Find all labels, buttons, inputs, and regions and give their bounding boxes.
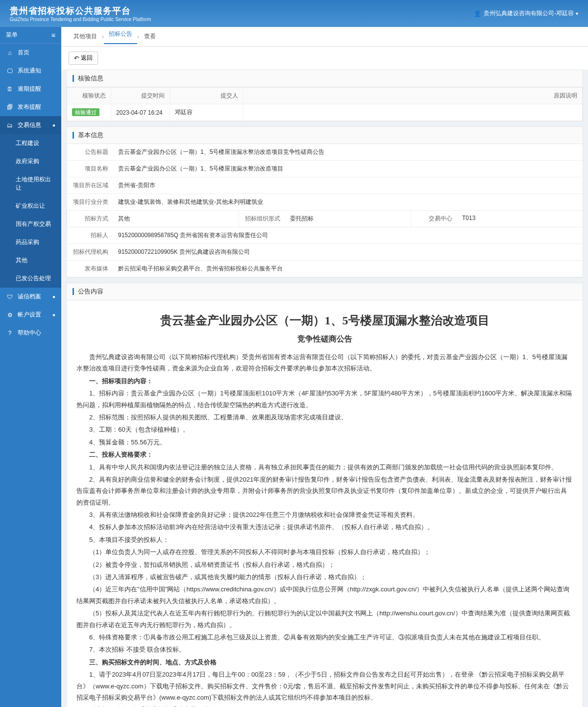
label: 招标方式 xyxy=(67,211,113,227)
collapse-icon: ● xyxy=(52,122,55,128)
submenu-item-engineering[interactable]: 工程建设 xyxy=(0,134,61,152)
value: 黔云招采电子招标采购交易平台、贵州省招标投标公共服务平台 xyxy=(113,261,583,277)
form-row: 发布媒体黔云招采电子招标采购交易平台、贵州省招标投标公共服务平台 xyxy=(67,261,583,277)
table-header-row: 核验状态 提交时间 提交人 原因说明 xyxy=(67,88,583,104)
intro: 贵州弘典建设咨询有限公司（以下简称招标代理机构）受贵州省国有资本运营有限责任公司… xyxy=(76,351,573,374)
label: 招标人 xyxy=(67,227,113,244)
para: 7、本次招标 不接受 联合体投标。 xyxy=(76,644,573,655)
monitor-icon: 🖵 xyxy=(6,68,14,74)
label: 招标组织形式 xyxy=(239,211,285,227)
trade-icon: 🗂 xyxy=(6,122,14,129)
credit-icon: 🛡 xyxy=(6,293,14,300)
para: 3、具有依法缴纳税收和社会保障资金的良好记录；提供2022年任意三个月缴纳税收和… xyxy=(76,509,573,520)
panel-title: 核验信息 xyxy=(78,74,103,83)
panel-head: 基本信息 xyxy=(67,127,583,144)
calendar-icon: 🗓 xyxy=(6,86,14,93)
value: 贵云基金产业园办公区（一期）1、5号楼屋顶漏水整治改造项目 xyxy=(113,161,583,177)
section: 一、招标项目的内容： xyxy=(76,375,573,387)
cell-status: 核验通过 xyxy=(67,104,111,121)
submenu-item-drug[interactable]: 药品采购 xyxy=(0,233,61,251)
para: （2）被责令停业，暂扣或吊销执照，或吊销资质证书（投标人自行承诺，格式自拟）； xyxy=(76,559,573,570)
menu-toggle-icon[interactable]: ≡ xyxy=(51,31,55,39)
main-content: 其他项目 › 招标公告 › 查看 ↶返回 核验信息 核验状态 提交时间 提交人 … xyxy=(61,27,588,707)
label: 发布媒体 xyxy=(67,261,113,277)
value: 委托招标 xyxy=(285,211,411,227)
form-row: 招标人91520000098958785Q 贵州省国有资本运营有限责任公司 xyxy=(67,227,583,244)
user-area[interactable]: 👤 贵州弘典建设咨询有限公司-邓廷容 ▾ xyxy=(474,9,578,18)
bar-icon xyxy=(73,75,74,82)
form-row: 招标代理机构91520000722109905K 贵州弘典建设咨询有限公司 xyxy=(67,244,583,261)
submenu-trade: 工程建设 政府采购 土地使用权出让 矿业权出让 国有产权交易 药品采购 其他 已… xyxy=(0,134,61,288)
sidebar-item-home[interactable]: ⌂首页 xyxy=(0,44,61,62)
submenu-item-land[interactable]: 土地使用权出让 xyxy=(0,171,61,197)
sidebar-item-overdue[interactable]: 🗓逾期提醒 xyxy=(0,80,61,98)
value: T013 xyxy=(457,211,583,227)
para: （3）进入清算程序，或被宣告破产，或其他丧失履约能力的情形（投标人自行承诺，格式… xyxy=(76,571,573,583)
value: 贵州省-贵阳市 xyxy=(113,177,583,194)
site-subtitle: GuiZhou Province Tendering and Bidding P… xyxy=(10,17,151,22)
sidebar-item-notice[interactable]: 🖵系统通知 xyxy=(0,62,61,80)
bar-icon xyxy=(73,132,74,139)
page-header: 贵州省招标投标公共服务平台 GuiZhou Province Tendering… xyxy=(0,0,588,27)
doc-title: 贵云基金产业园办公区（一期）1、5号楼屋顶漏水整治改造项目 xyxy=(76,310,573,331)
submenu-item-mining[interactable]: 矿业权出让 xyxy=(0,197,61,215)
para: （5）投标人及其法定代表人在近五年内有行贿犯罪行为的。行贿犯罪行为的认定以中国裁… xyxy=(76,608,573,631)
label: 项目名称 xyxy=(67,161,113,177)
panel-title: 公告内容 xyxy=(78,287,103,296)
expand-icon: ● xyxy=(52,294,55,299)
breadcrumb-item[interactable]: 招标公告 xyxy=(104,30,137,44)
submenu-item-published[interactable]: 已发公告处理 xyxy=(0,269,61,288)
para: 2.地点：《黔云招采电子招标采购交易平台》（www.e-qyzc.com） xyxy=(76,704,573,707)
content-panel: 公告内容 贵云基金产业园办公区（一期）1、5号楼屋顶漏水整治改造项目 竞争性磋商… xyxy=(66,283,583,707)
breadcrumb-item[interactable]: 其他项目 xyxy=(69,32,102,41)
col-time: 提交时间 xyxy=(111,88,170,104)
para: 1、具有中华人民共和国境内依法登记注册的独立法人资格，具有独立承担民事责任的能力… xyxy=(76,462,573,473)
col-status: 核验状态 xyxy=(67,88,111,104)
form-row: 公告标题贵云基金产业园办公区（一期）1、5号楼屋顶漏水整治改造项目竞争性磋商公告 xyxy=(67,144,583,161)
section: 三、购买招标文件的时间、地点、方式及价格 xyxy=(76,657,573,668)
para: 4、投标人参加本次招标活动前3年内在经营活动中没有重大违法记录；提供承诺书原件。… xyxy=(76,521,573,533)
section: 二、投标人资格要求： xyxy=(76,449,573,460)
value: 91520000722109905K 贵州弘典建设咨询有限公司 xyxy=(113,244,583,260)
status-badge: 核验通过 xyxy=(72,108,99,116)
submenu-item-other[interactable]: 其他 xyxy=(0,251,61,269)
sidebar-item-account[interactable]: ⚙帐户设置● xyxy=(0,306,61,324)
toolbar: ↶返回 xyxy=(61,47,588,70)
doc-subtitle: 竞争性磋商公告 xyxy=(76,332,573,346)
para: 2、具有良好的商业信誉和健全的财务会计制度，提供2021年度的财务审计报告复印件… xyxy=(76,474,573,508)
user-icon: 👤 xyxy=(474,10,481,17)
value: 贵云基金产业园办公区（一期）1、5号楼屋顶漏水整治改造项目竞争性磋商公告 xyxy=(113,144,583,160)
menu-label: 菜单 xyxy=(6,31,18,39)
cell-person: 邓廷容 xyxy=(170,104,244,121)
sidebar-item-publish[interactable]: 🗐发布提醒 xyxy=(0,98,61,116)
send-icon: 🗐 xyxy=(6,104,14,111)
label: 项目所在区域 xyxy=(67,177,113,194)
value: 其他 xyxy=(113,211,239,227)
submenu-item-gov[interactable]: 政府采购 xyxy=(0,152,61,171)
form-row-multi: 招标方式其他 招标组织形式委托招标 交易中心T013 xyxy=(67,211,583,227)
label: 项目行业分类 xyxy=(67,194,113,210)
panel-head: 核验信息 xyxy=(67,70,583,87)
para: 2、招标范围：按照招标人提供的相关图纸、工程量清单、效果图及现场需求完成项目建设… xyxy=(76,412,573,423)
breadcrumb-item[interactable]: 查看 xyxy=(139,32,161,41)
sidebar-item-help[interactable]: ?帮助中心 xyxy=(0,324,61,342)
sidebar-item-credit[interactable]: 🛡诚信档案● xyxy=(0,288,61,306)
account-icon: ⚙ xyxy=(6,312,14,318)
cell-time: 2023-04-07 16:24 xyxy=(111,104,170,121)
col-person: 提交人 xyxy=(170,88,244,104)
submenu-item-property[interactable]: 国有产权交易 xyxy=(0,215,61,233)
label: 交易中心 xyxy=(411,211,457,227)
basic-panel: 基本信息 公告标题贵云基金产业园办公区（一期）1、5号楼屋顶漏水整治改造项目竞争… xyxy=(66,126,583,278)
bar-icon xyxy=(73,288,74,295)
breadcrumb: 其他项目 › 招标公告 › 查看 xyxy=(61,27,588,47)
verify-panel: 核验信息 核验状态 提交时间 提交人 原因说明 核验通过 2023-04-07 … xyxy=(66,70,583,122)
sidebar: 菜单 ≡ ⌂首页 🖵系统通知 🗓逾期提醒 🗐发布提醒 🗂交易信息● 工程建设 政… xyxy=(0,27,61,707)
site-title: 贵州省招标投标公共服务平台 xyxy=(10,5,151,17)
para: （1）单位负责人为同一人或存在控股、管理关系的不同投标人不得同时参与本项目投标（… xyxy=(76,546,573,558)
label: 公告标题 xyxy=(67,144,113,160)
document-body: 贵云基金产业园办公区（一期）1、5号楼屋顶漏水整治改造项目 竞争性磋商公告 贵州… xyxy=(67,300,583,707)
para: 6、特殊资格要求：①具备市政公用工程施工总承包三级及以上资质。②具备有效期内的安… xyxy=(76,632,573,643)
return-button[interactable]: ↶返回 xyxy=(69,51,98,65)
menu-header: 菜单 ≡ xyxy=(0,27,61,44)
sidebar-item-trade[interactable]: 🗂交易信息● xyxy=(0,116,61,134)
